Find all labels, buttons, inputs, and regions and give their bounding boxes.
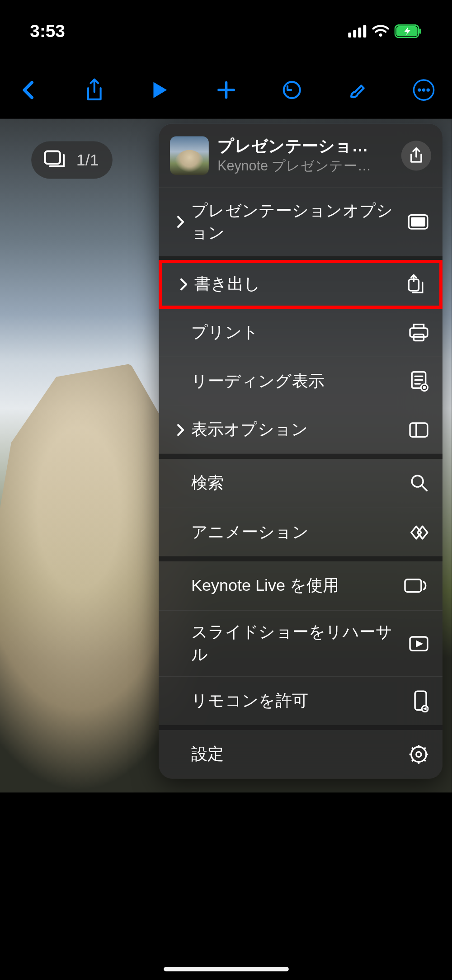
share-button[interactable] (80, 75, 108, 104)
menu-item-rehearse[interactable]: スライドショーをリハーサル (159, 610, 443, 677)
menu-item-animation[interactable]: アニメーション (159, 508, 443, 556)
printer-icon (404, 323, 428, 341)
menu-item-label: プリント (191, 321, 404, 344)
svg-line-40 (424, 759, 425, 761)
menu-item-label: Keynote Live を使用 (191, 575, 404, 597)
menu-item-keynote-live[interactable]: Keynote Live を使用 (159, 561, 443, 610)
svg-rect-7 (419, 29, 421, 34)
document-thumbnail (170, 136, 209, 175)
animation-icon (404, 523, 428, 542)
menu-item-label: リーディング表示 (191, 370, 404, 392)
more-menu-popover: プレゼンテーショ… Keynote プレゼンテー… プレゼンテーションオプション… (159, 124, 443, 779)
play-button[interactable] (146, 75, 174, 104)
menu-item-label: プレゼンテーションオプション (191, 200, 404, 244)
menu-item-print[interactable]: プリント (159, 307, 443, 356)
add-button[interactable] (212, 75, 240, 104)
display-icon (404, 214, 428, 230)
menu-item-label: リモコンを許可 (191, 690, 404, 712)
format-brush-button[interactable] (344, 75, 372, 104)
gear-icon (404, 744, 428, 764)
menu-item-remote[interactable]: リモコンを許可 (159, 676, 443, 725)
svg-point-12 (427, 89, 429, 91)
svg-line-39 (412, 748, 414, 749)
menu-item-export[interactable]: 書き出し (159, 260, 443, 309)
svg-rect-15 (411, 217, 425, 226)
svg-rect-13 (45, 151, 60, 164)
svg-point-11 (422, 89, 425, 91)
status-icons (348, 24, 422, 38)
document-subtitle: Keynote プレゼンテー… (217, 157, 392, 175)
more-button[interactable] (410, 75, 438, 104)
menu-item-settings[interactable]: 設定 (159, 730, 443, 779)
svg-rect-0 (348, 33, 351, 38)
export-icon (400, 274, 425, 295)
svg-rect-2 (358, 28, 361, 38)
menu-item-label: 書き出し (194, 273, 400, 296)
status-time: 3:53 (30, 21, 65, 41)
slides-stack-icon (42, 149, 67, 171)
home-indicator (164, 967, 289, 971)
back-button[interactable] (14, 75, 42, 104)
status-bar: 3:53 (0, 0, 452, 62)
svg-line-42 (412, 759, 414, 761)
svg-rect-3 (363, 25, 366, 38)
slide-navigator-button[interactable]: 1/1 (31, 141, 113, 179)
wifi-icon (372, 25, 390, 38)
battery-charging-icon (394, 24, 422, 38)
menu-item-label: スライドショーをリハーサル (191, 622, 404, 665)
undo-button[interactable] (278, 75, 306, 104)
menu-item-label: 設定 (191, 744, 404, 766)
menu-item-view-options[interactable]: 表示オプション (159, 405, 443, 454)
svg-line-28 (422, 485, 427, 490)
svg-rect-1 (353, 30, 356, 38)
menu-item-presentation-options[interactable]: プレゼンテーションオプション (159, 188, 443, 256)
reader-icon (404, 370, 428, 391)
chevron-right-icon (176, 278, 192, 291)
cellular-icon (348, 25, 367, 38)
search-icon (404, 474, 428, 492)
play-rect-icon (404, 636, 428, 652)
svg-point-24 (423, 386, 426, 389)
menu-item-label: アニメーション (191, 521, 404, 543)
menu-item-search[interactable]: 検索 (159, 459, 443, 508)
menu-item-reading-view[interactable]: リーディング表示 (159, 356, 443, 405)
slide-counter-label: 1/1 (76, 151, 99, 170)
menu-document-header: プレゼンテーショ… Keynote プレゼンテー… (159, 124, 443, 188)
menu-item-label: 表示オプション (191, 419, 404, 441)
sidebar-icon (404, 422, 428, 438)
chevron-right-icon (173, 423, 189, 436)
header-share-button[interactable] (401, 140, 431, 170)
menu-item-label: 検索 (191, 472, 404, 495)
svg-rect-25 (410, 423, 428, 436)
svg-point-4 (379, 33, 382, 37)
share-icon (409, 146, 424, 164)
remote-icon (404, 690, 428, 712)
chevron-right-icon (173, 215, 189, 229)
svg-rect-17 (410, 328, 428, 336)
svg-rect-29 (405, 580, 421, 592)
svg-point-10 (418, 89, 421, 91)
svg-line-41 (424, 748, 425, 749)
svg-point-34 (416, 752, 421, 757)
top-toolbar (0, 67, 452, 113)
document-title: プレゼンテーショ… (217, 135, 392, 157)
broadcast-icon (404, 577, 428, 594)
